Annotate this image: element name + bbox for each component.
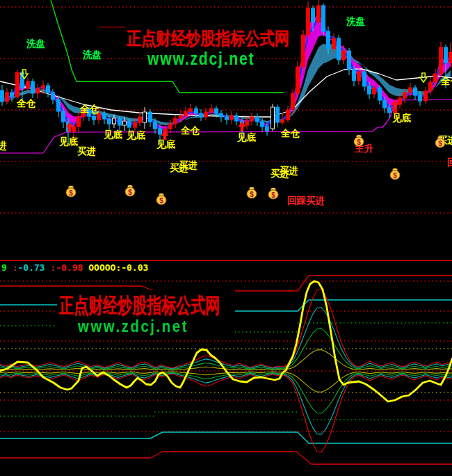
candle-body <box>357 72 361 81</box>
stock-chart-app: 洗盘洗盘洗盘全仓全仓全仓全仓全仓见底见底见底见底见底见底买进买进买进买进买进买进… <box>0 0 452 476</box>
buy-label: 买进 <box>77 146 96 157</box>
candle-body <box>42 86 45 88</box>
candle-body <box>342 51 346 60</box>
candle-body <box>378 88 382 100</box>
lower-cyan-envelope <box>0 432 452 443</box>
candle-body <box>118 118 122 125</box>
money-bag-icon: $ <box>247 187 257 198</box>
full-position-label: 全仓 <box>440 76 452 86</box>
full-position-label: 全仓 <box>16 98 36 109</box>
candle-body <box>200 113 203 117</box>
fan-band-cyan-lower <box>0 373 452 434</box>
candle-body <box>266 127 269 131</box>
wash-label: 洗盘 <box>346 16 366 26</box>
money-bag-knot <box>68 186 74 188</box>
candle-body <box>337 38 341 60</box>
candles <box>1 0 452 144</box>
indicator-value-segment: -0.73 <box>17 262 45 273</box>
candle-body <box>256 117 259 122</box>
candle-body <box>322 6 325 31</box>
money-bag-knot <box>437 136 443 138</box>
candle-body <box>296 67 300 93</box>
candle-body <box>353 70 356 81</box>
wash-label: 洗盘 <box>26 38 46 49</box>
candle-body <box>179 116 183 118</box>
candle-body <box>174 118 177 124</box>
candle-body <box>123 121 127 125</box>
candle-body <box>449 52 452 63</box>
upper-red-envelope <box>0 276 452 291</box>
candle-body <box>57 100 60 111</box>
bottom-seen-label: 见底 <box>103 129 123 140</box>
candle-body <box>108 119 111 124</box>
indicator-value-segment: OOOOO:-0.03 <box>83 262 148 273</box>
bottom-seen-label: 见底 <box>126 130 146 141</box>
indicator-value-segment: -0.98 <box>56 262 83 273</box>
candle-body <box>184 111 188 116</box>
candle-body <box>62 111 65 122</box>
candle-body <box>16 72 19 97</box>
money-bag-knot <box>271 188 276 190</box>
candle-body <box>302 35 305 67</box>
candle-body <box>429 82 433 91</box>
candle-body <box>143 112 147 122</box>
candle-body <box>204 112 208 117</box>
candle-body <box>10 93 14 97</box>
money-bag-knot <box>127 185 133 187</box>
candle-body <box>149 112 152 122</box>
candle-body <box>113 118 116 124</box>
watermark-title-bottom: 正点财经炒股指标公式网 <box>59 292 220 320</box>
candle-body <box>317 6 321 22</box>
candle-body <box>154 122 157 129</box>
money-bag-icon: $ <box>156 193 166 205</box>
indicator-value-segment: 9 <box>1 262 7 273</box>
candle-body <box>92 116 96 120</box>
wash-label: 洗盘 <box>82 49 102 60</box>
pullback-buy-label: 回踩买进 <box>287 196 325 206</box>
money-bag-dollar: $ <box>250 191 254 198</box>
candle-body <box>31 81 35 93</box>
candle-body <box>215 109 218 113</box>
candle-body <box>230 116 234 120</box>
candle-body <box>169 124 172 129</box>
candle-body <box>444 47 448 63</box>
candle-body <box>134 122 137 127</box>
candle-body <box>281 120 284 122</box>
money-bag-dollar: $ <box>357 138 361 146</box>
candle-body <box>51 93 55 100</box>
candle-body <box>327 31 330 49</box>
candle-body <box>72 127 76 132</box>
candle-body <box>271 107 275 129</box>
watermark-box-bottom: 正点财经炒股指标公式网 www.zdcj.net <box>57 290 235 335</box>
candle-body <box>409 88 412 93</box>
money-bag-dollar: $ <box>393 172 397 180</box>
money-bag-dollar: $ <box>128 189 132 196</box>
candle-body <box>210 109 213 112</box>
candle-body <box>235 116 239 121</box>
bottom-seen-label: 见底 <box>392 113 412 123</box>
red-up-arrow-icon <box>239 121 246 131</box>
money-bag-icon: $ <box>268 188 278 199</box>
candle-body <box>128 121 131 127</box>
candle-body <box>414 88 417 95</box>
money-bag-knot <box>356 135 362 137</box>
candle-body <box>276 107 280 122</box>
candle-body <box>189 109 193 111</box>
chart-canvas: 洗盘洗盘洗盘全仓全仓全仓全仓全仓见底见底见底见底见底见底买进买进买进买进买进买进… <box>0 0 452 476</box>
candle-body <box>286 110 290 120</box>
buy-label: 买进 <box>179 160 197 170</box>
bottom-seen-label: 见底 <box>156 139 176 150</box>
lower-red-envelope <box>0 452 452 464</box>
candle-body <box>220 113 223 117</box>
money-bag-knot <box>392 168 398 170</box>
candle-body <box>332 38 336 49</box>
candle-body <box>419 95 422 101</box>
buy-label: 买进 <box>0 141 7 151</box>
candle-body <box>291 93 295 110</box>
full-position-label: 全仓 <box>180 125 200 136</box>
candle-body <box>159 129 162 134</box>
money-bag-dollar: $ <box>271 191 275 199</box>
money-bag-knot <box>159 193 164 196</box>
candle-body <box>245 121 249 125</box>
candle-body <box>47 86 50 93</box>
